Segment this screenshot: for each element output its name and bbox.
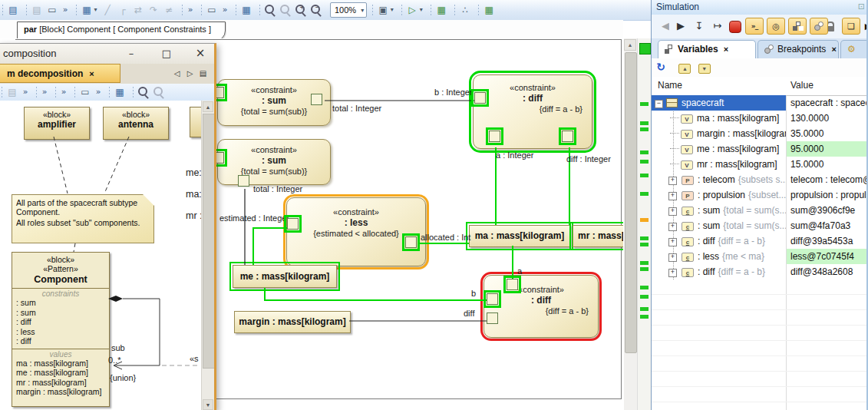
collapse-all-icon[interactable]: ▼ <box>698 64 711 74</box>
overflow-chevron-icon[interactable]: » <box>94 86 102 98</box>
part-me[interactable]: me : mass[kilogram] <box>233 265 337 288</box>
port-less-allocated[interactable] <box>405 236 417 248</box>
scroll-up-icon[interactable]: ▲ <box>624 39 636 51</box>
variables-row[interactable]: +c: sum{total = sum(s...sum@4fa70a3 <box>652 218 868 233</box>
diagram-wizard-icon[interactable]: ▦ <box>114 86 126 98</box>
maximize-button[interactable]: □ <box>157 46 176 61</box>
annotation-mark[interactable] <box>640 218 649 222</box>
part-ma[interactable]: ma : mass[kilogram] <box>469 225 570 247</box>
zoom-select-icon[interactable] <box>137 86 150 98</box>
scrollbar-thumb[interactable] <box>203 114 214 369</box>
port-diffbottom-diff[interactable] <box>487 312 498 324</box>
variable-value[interactable]: sum@4fa70a3 <box>787 218 868 233</box>
decomposition-window[interactable]: composition – □ × m decomposition× ◁▷▤ ▤… <box>0 43 216 410</box>
annotation-mark[interactable] <box>640 102 649 106</box>
expand-all-icon[interactable]: ▲ <box>678 64 691 74</box>
block-component[interactable]: «block» «Pattern» Component constraints … <box>12 252 110 407</box>
port-diffbottom-a[interactable] <box>507 279 518 290</box>
zoom-select-icon[interactable] <box>264 4 276 16</box>
history-back-icon[interactable]: ◀ <box>658 18 673 34</box>
refresh-icon[interactable]: ↻ <box>655 61 667 73</box>
scroll-down-icon[interactable]: ▼ <box>203 399 213 410</box>
variables-row[interactable]: +c: less{me < ma}less@7c0745f4 <box>652 249 868 264</box>
line-tool-icon[interactable]: ╱ <box>101 4 114 16</box>
copy-icon[interactable]: ▤ <box>6 86 18 98</box>
overflow-chevron-icon[interactable]: » <box>186 4 194 16</box>
variable-value[interactable]: 35.0000 <box>787 126 868 141</box>
annotation-mark[interactable] <box>640 286 649 289</box>
shape-arrow-icon[interactable]: ▭ <box>79 86 91 98</box>
variable-name-cell[interactable]: +c: less{me < ma} <box>652 249 786 264</box>
variable-value[interactable]: 130.0000 <box>787 111 868 126</box>
tree-layout-icon[interactable]: ▦ <box>81 4 93 16</box>
variable-name-cell[interactable]: Vmr : mass[kilogram] <box>652 157 786 172</box>
step-over-icon[interactable]: ↦ <box>710 18 725 34</box>
diagram-note[interactable]: All parts of the spacecraft subtype Comp… <box>12 194 154 243</box>
breakpoints-toggle[interactable] <box>810 18 828 35</box>
variable-value[interactable]: sum@3906cf9e <box>787 203 868 218</box>
diagram-wizard-icon[interactable]: ▦ <box>240 4 252 16</box>
annotation-mark[interactable] <box>640 295 649 299</box>
variables-row[interactable]: −spacecraftspacecraft : spacecra <box>652 95 868 111</box>
part-margin[interactable]: margin : mass[kilogram] <box>234 311 351 333</box>
block-antenna[interactable]: «block» antenna <box>103 107 169 140</box>
tab-close-icon[interactable]: × <box>724 45 728 54</box>
step-icon[interactable]: ▶ <box>673 18 688 34</box>
overflow-chevron-icon[interactable]: » <box>60 86 68 98</box>
annotation-mark[interactable] <box>640 243 649 246</box>
annotation-mark[interactable] <box>640 160 649 164</box>
paste-icon[interactable]: ▭ <box>46 4 58 16</box>
variable-value[interactable]: spacecraft : spacecra <box>787 95 868 111</box>
dropdown-caret-icon[interactable]: ▾ <box>418 4 424 16</box>
variables-row[interactable]: +P: propulsion{subset...propulsion : pro… <box>652 187 868 203</box>
variables-row[interactable]: +P: telecom{subsets s...telecom : teleco… <box>652 172 868 187</box>
variable-name-cell[interactable]: Vme : mass[kilogram] <box>652 141 786 157</box>
zoom-in-icon[interactable]: + <box>295 4 307 16</box>
stop-icon[interactable] <box>729 21 741 33</box>
path-tool-icon[interactable]: ┌ <box>117 4 129 16</box>
variables-row[interactable]: +c: diff{diff = a - b}diff@39a5453a <box>652 233 868 249</box>
variable-value[interactable]: 15.0000 <box>787 157 868 172</box>
variables-row[interactable]: Vmargin : mass[kilogram]35.0000 <box>652 126 868 141</box>
variable-value[interactable]: less@7c0745f4 <box>787 249 868 264</box>
variables-row[interactable]: +c: diff{diff = a - b}diff@348a2608 <box>652 264 868 279</box>
window-vertical-scrollbar[interactable]: ▲ ▼ <box>201 101 214 410</box>
variable-name-cell[interactable]: Vma : mass[kilogram] <box>652 111 786 126</box>
open-diagram-toggle[interactable]: ❏ <box>842 18 860 35</box>
copy-icon[interactable]: ▤ <box>31 4 43 16</box>
overflow-chevron-icon[interactable]: » <box>61 4 69 16</box>
zoom-out-icon[interactable]: − <box>310 4 322 16</box>
console-toggle[interactable]: »_ <box>745 18 764 35</box>
structure-map-icon[interactable]: ▦ <box>435 4 447 16</box>
annotation-mark[interactable] <box>640 192 649 196</box>
constraint-block-less[interactable]: «constraint» : less {estimated < allocat… <box>286 197 426 266</box>
relation-map-icon[interactable]: ▦ <box>483 4 495 16</box>
variable-name-cell[interactable]: −spacecraft <box>652 95 786 111</box>
simulation-panel-header[interactable]: Simulation ⊡ <box>652 0 868 15</box>
port-sum2-total[interactable] <box>238 175 249 187</box>
annotation-mark[interactable] <box>640 307 649 311</box>
expand-expander-icon[interactable]: + <box>668 223 677 231</box>
port-difftop-diff[interactable] <box>562 131 573 142</box>
tab-breakpoints[interactable]: Breakpoints× <box>757 40 839 58</box>
tab-variables[interactable]: Variables× <box>658 40 756 58</box>
annotation-mark[interactable] <box>640 121 649 125</box>
step-into-icon[interactable]: ↧ <box>691 18 707 34</box>
expand-expander-icon[interactable]: + <box>668 238 677 246</box>
diagram-list-icon[interactable]: ▤ <box>198 68 208 80</box>
status-square[interactable] <box>639 43 651 55</box>
tab-close-icon[interactable]: × <box>89 69 94 78</box>
curve-tool-icon[interactable]: ↷ <box>147 4 160 16</box>
part-mr[interactable]: mr : mass[kilogram] <box>573 225 623 247</box>
annotation-mark[interactable] <box>640 174 649 177</box>
variable-value[interactable]: diff@39a5453a <box>787 233 868 249</box>
tab-decomposition[interactable]: m decomposition× <box>0 64 120 83</box>
tab-close-icon[interactable]: × <box>831 45 836 54</box>
tab-console[interactable]: ⚙ <box>840 40 868 58</box>
window-title-bar[interactable]: composition – □ × <box>0 44 214 64</box>
block-amplifier[interactable]: «block» amplifier <box>24 107 90 140</box>
annotation-mark[interactable] <box>640 236 649 240</box>
port-less-estimated[interactable] <box>287 218 299 230</box>
port-difftop-b[interactable] <box>474 92 486 104</box>
variables-toggle[interactable] <box>788 18 807 35</box>
